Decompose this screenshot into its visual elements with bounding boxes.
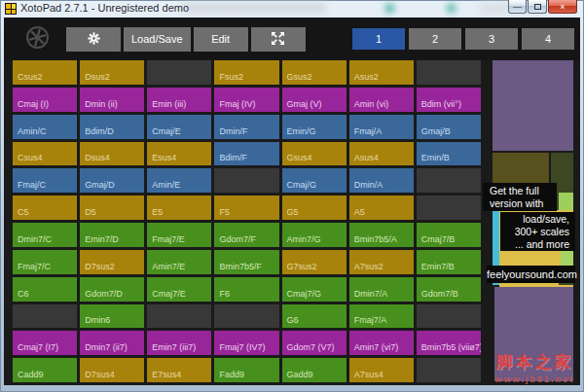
pad-amin-vi[interactable]: Amin (vi) xyxy=(349,88,414,112)
pad-cmaj-e[interactable]: Cmaj/E xyxy=(147,115,211,139)
pad-dsus4[interactable]: Dsus4 xyxy=(80,142,144,166)
pad-cadd9[interactable]: Cadd9 xyxy=(13,358,77,382)
pad-fadd9[interactable]: Fadd9 xyxy=(214,358,278,382)
pad-csus2[interactable]: Csus2 xyxy=(13,60,77,85)
pad-amin-e[interactable]: Amin/E xyxy=(147,168,211,193)
pad-g6[interactable]: G6 xyxy=(282,304,347,329)
pad-a5[interactable]: A5 xyxy=(349,196,414,220)
pad-g5[interactable]: G5 xyxy=(282,196,347,220)
pad-e7sus4[interactable]: E7sus4 xyxy=(147,358,211,382)
pad-fmaj-iv[interactable]: Fmaj (IV) xyxy=(214,88,278,112)
pad-bdim-vii[interactable]: Bdim (vii°) xyxy=(417,88,481,112)
pad-g7sus2[interactable]: G7sus2 xyxy=(282,250,347,274)
pad-dmin7-c[interactable]: Dmin7/C xyxy=(13,223,77,247)
pad-cmaj-i[interactable]: Cmaj (I) xyxy=(13,88,77,112)
pad-gsus2[interactable]: Gsus2 xyxy=(282,60,347,85)
pad-bdim-f[interactable]: Bdim/F xyxy=(214,142,278,166)
fullscreen-button[interactable] xyxy=(251,27,306,52)
pad-dmin7-ii7[interactable]: Dmin7 (ii7) xyxy=(80,331,144,355)
pad-emin7-iii7[interactable]: Emin7 (iii7) xyxy=(147,331,211,355)
aero-blur-decoration xyxy=(384,3,395,14)
pad-label: Fmaj (IV) xyxy=(214,99,255,112)
pad-dsus2[interactable]: Dsus2 xyxy=(80,60,144,85)
pad-a7sus4[interactable]: A7sus4 xyxy=(349,358,414,382)
pad-fmaj7-e[interactable]: Fmaj7/E xyxy=(147,223,211,247)
pad-amin7-g[interactable]: Amin7/G xyxy=(282,223,347,247)
pad-fsus2[interactable]: Fsus2 xyxy=(214,60,278,85)
pad-d7sus2[interactable]: D7sus2 xyxy=(80,250,144,274)
pad-gdom7-f[interactable]: Gdom7/F xyxy=(214,223,278,247)
pad-bmin7b5-vii-7[interactable]: Bmin7b5 (viiø7) xyxy=(417,331,481,355)
pad-amin-c[interactable]: Amin/C xyxy=(13,115,77,139)
pad-amin7-e[interactable]: Amin7/E xyxy=(147,250,211,274)
pad-cmaj7-b[interactable]: Cmaj7/B xyxy=(417,223,481,247)
settings-button[interactable] xyxy=(66,27,121,52)
pad-d5[interactable]: D5 xyxy=(80,196,144,220)
pad-c6[interactable]: C6 xyxy=(13,277,77,302)
pad-cmaj7-e[interactable]: Cmaj7/E xyxy=(147,277,211,302)
pad-label: Emin/B xyxy=(417,153,450,165)
edit-button[interactable]: Edit xyxy=(194,27,248,52)
page-button-1[interactable]: 1 xyxy=(352,28,405,50)
pad-fmaj-c[interactable]: Fmaj/C xyxy=(13,168,77,193)
pad-esus4[interactable]: Esus4 xyxy=(147,142,211,166)
pad-dmin-f[interactable]: Dmin/F xyxy=(214,115,278,139)
pad-label: Dmin (ii) xyxy=(80,99,118,112)
pad-csus4[interactable]: Csus4 xyxy=(13,142,77,166)
pad-cmaj-g[interactable]: Cmaj/G xyxy=(282,168,347,193)
pad-label: Fadd9 xyxy=(214,370,244,382)
pad-label: Emin7/B xyxy=(417,262,455,274)
close-button[interactable]: × xyxy=(548,0,577,14)
pad-a7sus2[interactable]: A7sus2 xyxy=(349,250,414,274)
pad-gsus4[interactable]: Gsus4 xyxy=(282,142,347,166)
pad-fmaj7-iv7[interactable]: Fmaj7 (IV7) xyxy=(214,331,278,355)
pad-cmaj7-i7[interactable]: Cmaj7 (I7) xyxy=(13,331,77,355)
pad-bmin7b5-a[interactable]: Bmin7b5/A xyxy=(349,223,414,247)
pad-label: Gsus2 xyxy=(282,72,312,85)
pad-f5[interactable]: F5 xyxy=(214,196,278,220)
pad-gmaj-v[interactable]: Gmaj (V) xyxy=(282,88,347,112)
pad-dmin-a[interactable]: Dmin/A xyxy=(349,168,414,193)
pad-asus2[interactable]: Asus2 xyxy=(349,60,414,85)
pad-label: Emin (iii) xyxy=(147,99,186,112)
pad-c5[interactable]: C5 xyxy=(13,196,77,220)
titlebar: XotoPad 2.7.1 - Unregistered demo — × xyxy=(0,0,584,18)
pad-label: Cmaj/E xyxy=(147,126,181,139)
pad-label: Gdom7/D xyxy=(80,289,123,302)
pad-dmin7-a[interactable]: Dmin7/A xyxy=(349,277,414,302)
pad-emin-g[interactable]: Emin/G xyxy=(282,115,347,139)
pad-gmaj-b[interactable]: Gmaj/B xyxy=(417,115,481,139)
pad-bmin7b5-f[interactable]: Bmin7b5/F xyxy=(214,250,278,274)
page-button-3[interactable]: 3 xyxy=(465,28,518,50)
pad-dmin6[interactable]: Dmin6 xyxy=(80,304,144,329)
pad-fmaj7-a[interactable]: Fmaj7/A xyxy=(349,304,414,329)
page-button-4[interactable]: 4 xyxy=(522,28,574,50)
pad-d7sus4[interactable]: D7sus4 xyxy=(80,358,144,382)
pad-e5[interactable]: E5 xyxy=(147,196,211,220)
pad-dmin-ii[interactable]: Dmin (ii) xyxy=(80,88,144,112)
load-save-button[interactable]: Load/Save xyxy=(124,27,191,52)
pad-emin-b[interactable]: Emin/B xyxy=(417,142,481,166)
pad-gdom7-b[interactable]: Gdom7/B xyxy=(417,277,481,302)
minimize-button[interactable]: — xyxy=(508,0,527,14)
pad-empty xyxy=(214,304,278,329)
pad-emin-iii[interactable]: Emin (iii) xyxy=(147,88,211,112)
pad-label: Bdim (vii°) xyxy=(417,99,461,112)
maximize-icon xyxy=(534,4,541,10)
pad-gmaj-d[interactable]: Gmaj/D xyxy=(80,168,144,193)
pad-emin7-b[interactable]: Emin7/B xyxy=(417,250,481,274)
pad-fmaj7-c[interactable]: Fmaj7/C xyxy=(13,250,77,274)
pad-gdom7-v7[interactable]: Gdom7 (V7) xyxy=(282,331,347,355)
pad-amin7-vi7[interactable]: Amin7 (vi7) xyxy=(349,331,414,355)
pad-cmaj7-g[interactable]: Cmaj7/G xyxy=(282,277,347,302)
pad-gadd9[interactable]: Gadd9 xyxy=(282,358,347,382)
promo-site-link[interactable]: feelyoursound.com xyxy=(487,266,575,283)
page-button-2[interactable]: 2 xyxy=(409,28,461,50)
pad-emin7-d[interactable]: Emin7/D xyxy=(80,223,144,247)
pad-f6[interactable]: F6 xyxy=(214,277,278,302)
pad-bdim-d[interactable]: Bdim/D xyxy=(80,115,144,139)
pad-gdom7-d[interactable]: Gdom7/D xyxy=(80,277,144,302)
maximize-button[interactable] xyxy=(528,0,547,14)
pad-fmaj-a[interactable]: Fmaj/A xyxy=(349,115,414,139)
pad-asus4[interactable]: Asus4 xyxy=(349,142,414,166)
